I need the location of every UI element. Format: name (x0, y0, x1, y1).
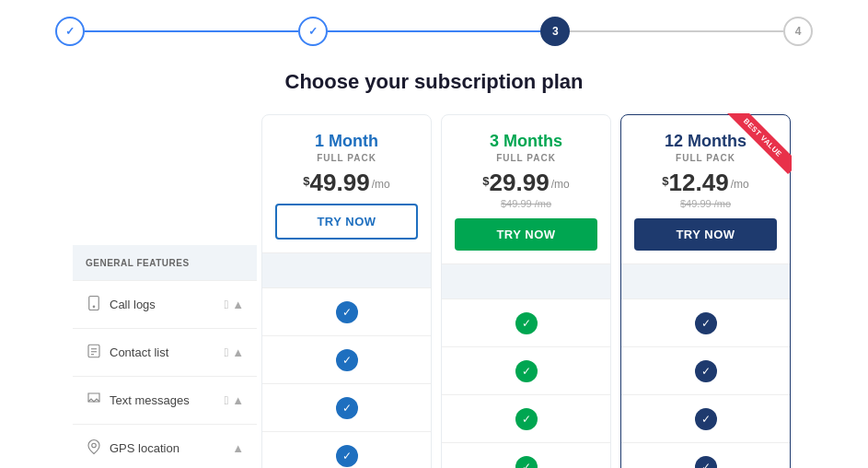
plan-1month-try-now-button[interactable]: TRY NOW (275, 204, 418, 240)
check-icon: ✓ (695, 312, 717, 334)
check-icon: ✓ (695, 360, 717, 382)
features-column: GENERAL FEATURES Call logs  ▲ Contact l… (73, 114, 257, 468)
plan-12months-original-price: $49.99 /mo (662, 198, 748, 209)
plan-12months-feature-header (621, 263, 790, 298)
step-line-2-3 (328, 30, 541, 32)
android-icon: ▲ (232, 345, 244, 359)
call-logs-icon (86, 295, 102, 314)
feature-call-logs: Call logs  ▲ (73, 280, 257, 328)
step-line-3-4 (570, 30, 783, 32)
plan-3months-gpslocation-check: ✓ (442, 442, 610, 468)
best-value-badge (725, 113, 792, 180)
plan-12months: 12 Months FULL PACK $ 12.49 /mo $49.99 /… (620, 114, 791, 468)
step-1: ✓ (55, 17, 85, 46)
check-icon: ✓ (695, 408, 717, 430)
plan-3months-try-now-button[interactable]: TRY NOW (455, 218, 597, 251)
plan-1month-contactlist-check: ✓ (262, 335, 431, 383)
call-logs-platform-icons:  ▲ (224, 298, 244, 311)
plan-1month: 1 Month FULL PACK $ 49.99 /mo TRY NOW ✓ … (261, 114, 432, 468)
plan-1month-gpslocation-check: ✓ (262, 431, 431, 468)
plan-1month-textmessages-check: ✓ (262, 383, 431, 431)
plan-3months-dollar: $ (482, 174, 489, 188)
plan-3months-type: FULL PACK (490, 153, 562, 163)
plan-3months: 3 Months FULL PACK $ 29.99 /mo $49.99 /m… (441, 114, 611, 468)
contact-list-platform-icons:  ▲ (224, 345, 244, 359)
android-icon: ▲ (232, 441, 244, 455)
plan-1month-duration: 1 Month (315, 132, 378, 151)
plan-1month-dollar: $ (303, 174, 309, 188)
feature-contact-list: Contact list  ▲ (73, 328, 257, 376)
progress-bar: ✓ ✓ 3 4 (0, 0, 868, 55)
svg-rect-2 (88, 345, 99, 357)
android-icon: ▲ (232, 298, 244, 311)
gps-location-icon (86, 439, 102, 458)
plan-12months-contactlist-check: ✓ (621, 346, 790, 394)
plan-1month-feature-header (262, 252, 431, 287)
plan-12months-textmessages-check: ✓ (621, 394, 790, 442)
page-title: Choose your subscription plan (0, 70, 868, 94)
apple-icon:  (224, 345, 228, 359)
check-icon: ✓ (336, 397, 358, 419)
plan-1month-period: /mo (372, 178, 390, 191)
plan-3months-period: /mo (551, 178, 570, 191)
plan-3months-duration: 3 Months (490, 132, 562, 151)
text-messages-icon (86, 391, 102, 410)
plan-3months-original-price: $49.99 /mo (482, 198, 569, 209)
android-icon: ▲ (232, 393, 244, 407)
svg-rect-0 (89, 297, 99, 310)
general-features-label: GENERAL FEATURES (73, 245, 257, 280)
plan-3months-amount: 29.99 (490, 170, 550, 194)
check-icon: ✓ (336, 445, 358, 467)
check-icon: ✓ (515, 408, 538, 430)
plan-12months-try-now-button[interactable]: TRY NOW (634, 218, 777, 251)
plans-container: GENERAL FEATURES Call logs  ▲ Contact l… (0, 114, 868, 468)
step-4: 4 (783, 17, 813, 46)
plan-1month-type: FULL PACK (315, 153, 378, 163)
text-messages-platform-icons:  ▲ (224, 393, 244, 407)
apple-icon:  (224, 298, 228, 311)
check-icon: ✓ (515, 360, 538, 382)
features-header-spacer (73, 114, 257, 245)
plan-12months-calllogs-check: ✓ (621, 298, 790, 346)
check-icon: ✓ (695, 456, 717, 469)
plan-1month-calllogs-check: ✓ (262, 287, 431, 335)
plan-3months-calllogs-check: ✓ (442, 298, 610, 346)
plan-3months-feature-header (442, 263, 610, 298)
step-2: ✓ (298, 17, 328, 46)
check-icon: ✓ (336, 301, 358, 323)
plan-3months-header: 3 Months FULL PACK $ 29.99 /mo $49.99 /m… (442, 115, 610, 263)
plan-12months-amount: 12.49 (669, 170, 729, 194)
plan-3months-textmessages-check: ✓ (442, 394, 610, 442)
feature-gps-location: GPS location ▲ (73, 424, 257, 468)
gps-platform-icons: ▲ (232, 441, 244, 455)
plan-12months-period: /mo (731, 178, 749, 191)
step-line-1-2 (85, 30, 298, 32)
feature-text-messages: Text messages  ▲ (73, 376, 257, 424)
plan-3months-price: $ 29.99 /mo (482, 170, 569, 194)
svg-point-1 (93, 306, 95, 308)
check-icon: ✓ (515, 456, 538, 469)
plan-1month-price: $ 49.99 /mo (303, 170, 389, 194)
plan-1month-amount: 49.99 (310, 170, 370, 194)
step-3: 3 (540, 17, 570, 46)
check-icon: ✓ (336, 349, 358, 371)
plan-12months-dollar: $ (662, 174, 668, 188)
svg-point-6 (92, 443, 97, 448)
plan-1month-header: 1 Month FULL PACK $ 49.99 /mo TRY NOW (262, 115, 431, 252)
contact-list-icon (86, 343, 102, 362)
plan-12months-gpslocation-check: ✓ (621, 442, 790, 468)
apple-icon:  (224, 393, 228, 407)
check-icon: ✓ (515, 312, 538, 334)
plan-3months-contactlist-check: ✓ (442, 346, 610, 394)
